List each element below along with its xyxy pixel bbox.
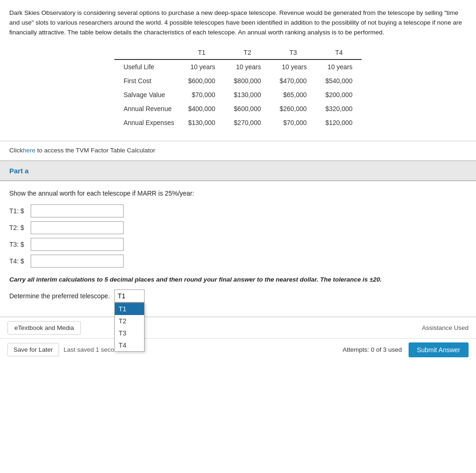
footer-right: Assistance Used: [422, 324, 469, 331]
t4-input-row: T4: $: [9, 255, 467, 268]
instructions-text: Carry all interim calculations to 5 deci…: [9, 276, 467, 283]
telescope-table-wrapper: T1 T2 T3 T4 Useful Life10 years10 years1…: [9, 46, 467, 130]
t2-input[interactable]: [31, 221, 124, 234]
row-1-col-0: $600,000: [179, 74, 225, 88]
row-2-col-2: $65,000: [270, 88, 316, 102]
row-3-col-0: $400,000: [179, 102, 225, 116]
col-t2-header: T2: [225, 46, 270, 59]
dropdown-option-t4[interactable]: T4: [115, 339, 144, 351]
col-t4-header: T4: [316, 46, 362, 59]
row-3-col-2: $260,000: [270, 102, 316, 116]
row-0-col-3: 10 years: [316, 59, 362, 74]
row-0-col-0: 10 years: [179, 59, 225, 74]
table-row: Salvage Value$70,000$130,000$65,000$200,…: [114, 88, 362, 102]
t1-input[interactable]: [31, 204, 124, 217]
col-t1-header: T1: [179, 46, 225, 59]
t1-input-row: T1: $: [9, 204, 467, 217]
t2-input-row: T2: $: [9, 221, 467, 234]
row-3-label: Annual Revenue: [114, 102, 179, 116]
row-0-col-1: 10 years: [225, 59, 270, 74]
row-3-col-3: $320,000: [316, 102, 362, 116]
tvm-link[interactable]: here: [23, 147, 35, 154]
row-1-col-3: $540,000: [316, 74, 362, 88]
top-section: Dark Skies Observatory is considering se…: [0, 0, 476, 141]
row-1-col-2: $470,000: [270, 74, 316, 88]
row-0-label: Useful Life: [114, 59, 179, 74]
t3-label: T3: $: [9, 241, 28, 248]
row-4-col-3: $120,000: [316, 116, 362, 130]
col-t3-header: T3: [270, 46, 316, 59]
bottom-left: Save for Later Last saved 1 second: [7, 343, 121, 356]
row-0-col-2: 10 years: [270, 59, 316, 74]
save-button[interactable]: Save for Later: [7, 343, 59, 356]
telescope-table: T1 T2 T3 T4 Useful Life10 years10 years1…: [114, 46, 362, 130]
part-a-body: Show the annual worth for each telescope…: [0, 181, 476, 317]
row-4-col-2: $70,000: [270, 116, 316, 130]
assistance-text: Assistance Used: [422, 324, 469, 331]
part-a-label: Part a: [9, 167, 29, 175]
footer-left: eTextbook and Media: [7, 321, 81, 335]
table-row: Annual Revenue$400,000$600,000$260,000$3…: [114, 102, 362, 116]
row-4-label: Annual Expenses: [114, 116, 179, 130]
row-4-col-0: $130,000: [179, 116, 225, 130]
row-4-col-1: $270,000: [225, 116, 270, 130]
table-row: Annual Expenses$130,000$270,000$70,000$1…: [114, 116, 362, 130]
part-question: Show the annual worth for each telescope…: [9, 190, 467, 197]
t4-input[interactable]: [31, 255, 124, 268]
row-2-label: Salvage Value: [114, 88, 179, 102]
row-2-col-3: $200,000: [316, 88, 362, 102]
t3-input[interactable]: [31, 238, 124, 251]
dropdown-option-t3[interactable]: T3: [115, 327, 144, 339]
t1-label: T1: $: [9, 207, 28, 215]
tvm-rest-text: to access the TVM Factor Table Calculato…: [35, 147, 155, 154]
t4-label: T4: $: [9, 257, 28, 265]
dropdown-option-t1[interactable]: T1: [115, 303, 144, 315]
telescope-select-wrapper[interactable]: T1 T2 T3 T4 T1 T2 T3 T4: [114, 289, 145, 302]
row-2-col-0: $70,000: [179, 88, 225, 102]
description-text: Dark Skies Observatory is considering se…: [9, 8, 467, 38]
dropdown-option-t2[interactable]: T2: [115, 315, 144, 327]
table-row: Useful Life10 years10 years10 years10 ye…: [114, 59, 362, 74]
t2-label: T2: $: [9, 224, 28, 231]
bottom-right: Attempts: 0 of 3 used Submit Answer: [343, 342, 469, 357]
row-2-col-1: $130,000: [225, 88, 270, 102]
telescope-select[interactable]: T1 T2 T3 T4: [114, 289, 145, 302]
footer-bar: eTextbook and Media Assistance Used: [0, 317, 476, 338]
last-saved-text: Last saved 1 second: [64, 346, 121, 353]
row-3-col-1: $600,000: [225, 102, 270, 116]
attempts-text: Attempts: 0 of 3 used: [343, 346, 402, 353]
dropdown-open[interactable]: T1 T2 T3 T4: [114, 302, 145, 352]
part-a-header: Part a: [0, 161, 476, 181]
etextbook-button[interactable]: eTextbook and Media: [7, 321, 81, 335]
tvm-click-text: Click: [9, 147, 23, 154]
row-1-label: First Cost: [114, 74, 179, 88]
preferred-label: Determine the preferred telescope.: [9, 292, 110, 300]
preferred-row: Determine the preferred telescope. T1 T2…: [9, 289, 467, 302]
table-row: First Cost$600,000$800,000$470,000$540,0…: [114, 74, 362, 88]
t3-input-row: T3: $: [9, 238, 467, 251]
row-1-col-1: $800,000: [225, 74, 270, 88]
bottom-bar: Save for Later Last saved 1 second Attem…: [0, 338, 476, 361]
tvm-link-section: Clickhere to access the TVM Factor Table…: [0, 141, 476, 161]
submit-button[interactable]: Submit Answer: [409, 342, 469, 357]
table-empty-header: [114, 46, 179, 59]
